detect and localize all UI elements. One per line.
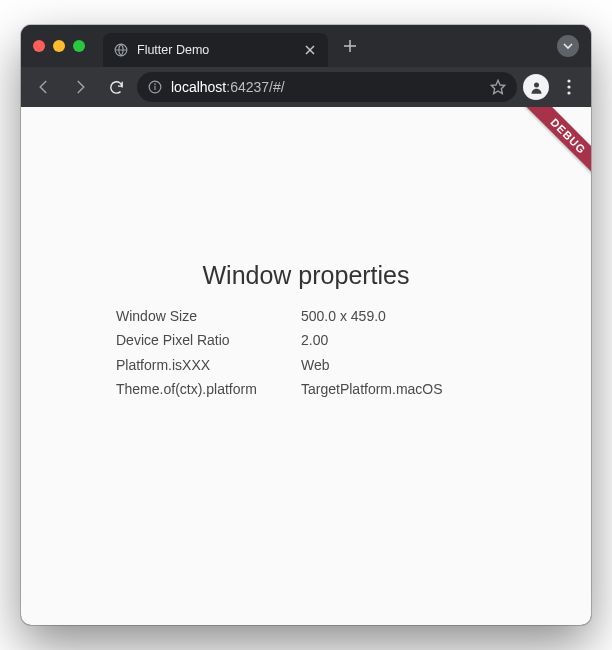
property-label: Window Size bbox=[116, 304, 301, 329]
titlebar: Flutter Demo bbox=[21, 25, 591, 67]
url-host: localhost bbox=[171, 79, 226, 95]
globe-icon bbox=[113, 42, 129, 58]
page-title: Window properties bbox=[202, 261, 409, 290]
window-controls bbox=[33, 40, 85, 52]
svg-point-7 bbox=[567, 85, 570, 88]
property-row: Window Size 500.0 x 459.0 bbox=[116, 304, 496, 329]
property-row: Theme.of(ctx).platform TargetPlatform.ma… bbox=[116, 377, 496, 402]
close-window-button[interactable] bbox=[33, 40, 45, 52]
minimize-window-button[interactable] bbox=[53, 40, 65, 52]
new-tab-button[interactable] bbox=[336, 32, 364, 60]
url-text: localhost:64237/#/ bbox=[171, 79, 481, 95]
bookmark-star-icon[interactable] bbox=[489, 78, 507, 96]
reload-button[interactable] bbox=[101, 72, 131, 102]
property-value: 2.00 bbox=[301, 328, 496, 353]
url-path: :64237/#/ bbox=[226, 79, 284, 95]
property-row: Device Pixel Ratio 2.00 bbox=[116, 328, 496, 353]
property-label: Platform.isXXX bbox=[116, 353, 301, 378]
svg-marker-4 bbox=[491, 80, 504, 93]
address-bar[interactable]: localhost:64237/#/ bbox=[137, 72, 517, 102]
svg-point-3 bbox=[155, 84, 156, 85]
property-row: Platform.isXXX Web bbox=[116, 353, 496, 378]
property-label: Theme.of(ctx).platform bbox=[116, 377, 301, 402]
toolbar: localhost:64237/#/ bbox=[21, 67, 591, 107]
page-body: Window properties Window Size 500.0 x 45… bbox=[21, 107, 591, 625]
back-button[interactable] bbox=[29, 72, 59, 102]
forward-button[interactable] bbox=[65, 72, 95, 102]
svg-point-8 bbox=[567, 91, 570, 94]
property-value: TargetPlatform.macOS bbox=[301, 377, 496, 402]
tab-overview-button[interactable] bbox=[557, 35, 579, 57]
browser-window: Flutter Demo localhost:64237/ bbox=[21, 25, 591, 625]
svg-point-5 bbox=[534, 82, 539, 87]
svg-point-6 bbox=[567, 79, 570, 82]
property-label: Device Pixel Ratio bbox=[116, 328, 301, 353]
kebab-menu-icon[interactable] bbox=[555, 73, 583, 101]
tab-title: Flutter Demo bbox=[137, 43, 294, 57]
properties-list: Window Size 500.0 x 459.0 Device Pixel R… bbox=[116, 304, 496, 402]
web-content: DEBUG Window properties Window Size 500.… bbox=[21, 107, 591, 625]
fullscreen-window-button[interactable] bbox=[73, 40, 85, 52]
close-tab-button[interactable] bbox=[302, 42, 318, 58]
site-info-icon[interactable] bbox=[147, 79, 163, 95]
property-value: 500.0 x 459.0 bbox=[301, 304, 496, 329]
property-value: Web bbox=[301, 353, 496, 378]
browser-tab-active[interactable]: Flutter Demo bbox=[103, 33, 328, 67]
profile-button[interactable] bbox=[523, 74, 549, 100]
